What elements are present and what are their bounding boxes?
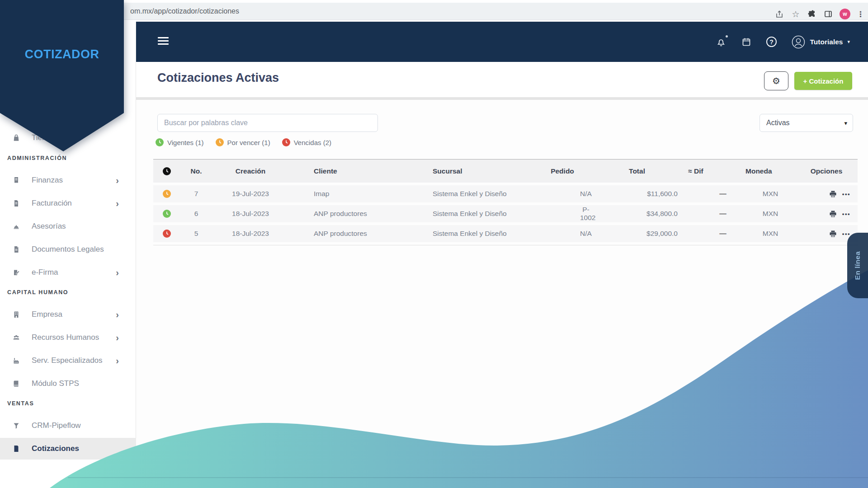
cell-dif: — <box>682 190 745 198</box>
cell-moneda: MXN <box>745 210 795 218</box>
table-header-row: No. Creación Cliente Sucursal Pedido Tot… <box>153 159 858 183</box>
cell-moneda: MXN <box>745 190 795 198</box>
user-avatar-icon <box>791 35 806 49</box>
quote-document-icon <box>12 444 21 453</box>
sidebar-item-efirma[interactable]: e-Firma › <box>0 263 136 282</box>
cell-creacion: 19-Jul-2023 <box>212 190 289 198</box>
cell-no: 7 <box>180 190 212 198</box>
badge-vencidas[interactable]: Vencidas (2) <box>282 138 331 146</box>
sidebar-item-pedidos[interactable]: Pedidos <box>0 483 136 488</box>
sidebar-item-serv-especializados[interactable]: Serv. Especializados › <box>0 351 136 371</box>
sidebar-item-crm-pipeflow[interactable]: CRM-Pipeflow <box>0 416 136 436</box>
extensions-puzzle-icon[interactable] <box>807 9 817 19</box>
online-chat-label: En línea <box>854 251 862 280</box>
logo-pennant: COTIZADOR <box>0 0 124 151</box>
sidebar-item-recursos-humanos[interactable]: Recursos Humanos › <box>0 328 136 347</box>
user-menu[interactable]: Tutoriales ▾ <box>791 35 850 49</box>
browser-menu-icon[interactable]: ⋮ <box>857 9 864 19</box>
row-options-icon[interactable]: ••• <box>842 191 850 197</box>
share-icon[interactable] <box>774 9 784 19</box>
clock-red-icon <box>282 138 290 146</box>
sidebar-item-finanzas[interactable]: Finanzas › <box>0 170 136 190</box>
cell-cliente: Imap <box>289 190 397 198</box>
cell-cliente: ANP productores <box>289 230 397 238</box>
legal-document-icon <box>12 245 21 254</box>
book-icon <box>12 379 21 388</box>
sidebar-item-cotizaciones[interactable]: Cotizaciones <box>0 438 136 460</box>
hamburger-menu-icon[interactable] <box>158 37 169 46</box>
help-icon[interactable]: ? <box>766 36 778 48</box>
chevron-right-icon: › <box>116 333 119 342</box>
chevron-right-icon: › <box>116 356 119 365</box>
quotes-table: No. Creación Cliente Sucursal Pedido Tot… <box>153 159 858 245</box>
print-icon[interactable] <box>829 190 837 198</box>
badge-por-vencer[interactable]: Por vencer (1) <box>216 138 270 146</box>
cell-no: 5 <box>180 230 212 238</box>
cell-dif: — <box>682 230 745 238</box>
notifications-bell-icon[interactable] <box>715 36 727 48</box>
table-row[interactable]: 6 18-Jul-2023 ANP productores Sistema En… <box>153 205 858 222</box>
app-logo: COTIZADOR <box>25 47 99 151</box>
sidebar-item-facturacion[interactable]: Facturación › <box>0 193 136 213</box>
sidebar-section-capital-humano: CAPITAL HUMANO <box>7 289 68 296</box>
page-title: Cotizaciones Activas <box>157 71 279 85</box>
status-filter-select[interactable]: Activas ▾ <box>760 114 853 132</box>
status-legend: Vigentes (1) Por vencer (1) Vencidas (2) <box>156 138 331 146</box>
browser-url-bar[interactable]: om.mx/app/cotizador/cotizaciones ☆ w <box>0 3 868 20</box>
sidebar-item-asesorias[interactable]: Asesorías <box>0 216 136 236</box>
sidebar-item-empresa[interactable]: Empresa › <box>0 305 136 324</box>
main-content: Activas ▾ Vigentes (1) Por vencer (1) Ve… <box>136 100 868 488</box>
cell-no: 6 <box>180 210 212 218</box>
sidebar-item-documentos-legales[interactable]: Documentos Legales <box>0 239 136 259</box>
online-chat-tab[interactable]: En línea <box>847 233 868 298</box>
status-clock-icon <box>163 190 171 198</box>
page-header: Cotizaciones Activas ⚙ + Cotización <box>136 62 868 97</box>
sidebar-section-administracion: ADMINISTRACIÓN <box>7 155 67 161</box>
chevron-right-icon: › <box>116 310 119 319</box>
browser-chrome: om.mx/app/cotizador/cotizaciones ☆ w <box>0 0 868 22</box>
cell-creacion: 18-Jul-2023 <box>212 210 289 218</box>
search-input[interactable] <box>157 114 378 132</box>
print-icon[interactable] <box>829 210 837 218</box>
table-bottom-border <box>153 245 858 245</box>
chevron-right-icon: › <box>116 199 119 208</box>
cell-total: $29,000.0 <box>592 230 682 238</box>
funnel-icon <box>12 421 21 430</box>
chevron-down-icon: ▾ <box>847 39 850 45</box>
side-panel-icon[interactable] <box>823 9 833 19</box>
chevron-down-icon: ▾ <box>844 120 847 127</box>
clock-orange-icon <box>216 138 224 146</box>
clock-green-icon <box>156 138 164 146</box>
cell-pedido: N/A <box>533 190 592 198</box>
cell-pedido: P-1002 <box>533 206 592 222</box>
cell-cliente: ANP productores <box>289 210 397 218</box>
cell-moneda: MXN <box>745 230 795 238</box>
signature-pen-icon <box>12 268 21 277</box>
new-cotizacion-button[interactable]: + Cotización <box>794 72 852 90</box>
sidebar-item-modulo-stps[interactable]: Módulo STPS <box>0 374 136 394</box>
cell-total: $11,600.0 <box>592 190 682 198</box>
cell-dif: — <box>682 210 745 218</box>
building-icon <box>12 310 21 319</box>
chevron-right-icon: › <box>116 268 119 277</box>
table-row[interactable]: 7 19-Jul-2023 Imap Sistema Enkel y Diseñ… <box>153 185 858 202</box>
row-options-icon[interactable]: ••• <box>842 211 850 217</box>
badge-vigentes[interactable]: Vigentes (1) <box>156 138 204 146</box>
cell-pedido: N/A <box>533 230 592 238</box>
service-dome-icon <box>12 222 21 231</box>
status-clock-icon <box>163 210 171 218</box>
clock-header-icon <box>153 167 180 175</box>
print-icon[interactable] <box>829 230 837 238</box>
settings-gear-button[interactable]: ⚙ <box>764 71 788 90</box>
row-options-icon[interactable]: ••• <box>842 230 850 237</box>
notification-dot <box>726 35 728 38</box>
status-clock-icon <box>163 230 171 238</box>
cell-total: $34,800.0 <box>592 210 682 218</box>
browser-profile-avatar[interactable]: w <box>840 9 850 19</box>
calendar-icon[interactable] <box>741 36 752 48</box>
bookmark-star-icon[interactable]: ☆ <box>791 9 801 19</box>
app-root: om.mx/app/cotizador/cotizaciones ☆ w <box>0 0 868 488</box>
browser-url-text[interactable]: om.mx/app/cotizador/cotizaciones <box>130 3 239 20</box>
table-row[interactable]: 5 18-Jul-2023 ANP productores Sistema En… <box>153 225 858 242</box>
app-navbar: ? Tutoriales ▾ <box>136 22 868 62</box>
